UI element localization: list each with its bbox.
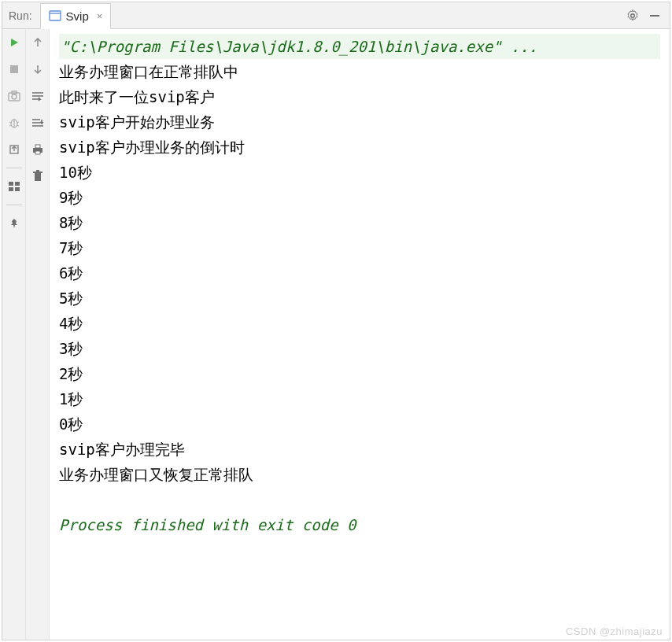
application-icon (49, 9, 61, 22)
svg-marker-4 (11, 39, 18, 46)
svg-rect-19 (15, 187, 20, 191)
close-tab-icon[interactable]: × (97, 10, 103, 22)
svg-rect-0 (50, 11, 61, 20)
output-line: svip客户办理完毕 (59, 437, 660, 462)
svg-rect-26 (35, 145, 40, 148)
output-line: 9秒 (59, 185, 660, 210)
output-line: 0秒 (59, 411, 660, 437)
output-line: 业务办理窗口在正常排队中 (59, 59, 660, 84)
output-line: svip客户办理业务的倒计时 (59, 135, 660, 160)
print-icon[interactable] (29, 141, 46, 158)
soft-wrap-icon[interactable] (29, 87, 46, 105)
tab-label: Svip (66, 9, 89, 23)
svg-rect-17 (15, 182, 20, 186)
bug-icon[interactable] (6, 114, 23, 131)
output-line: 6秒 (59, 260, 660, 286)
output-line: 此时来了一位svip客户 (59, 84, 660, 109)
exit-line: Process finished with exit code 0 (59, 512, 660, 537)
svg-rect-18 (9, 187, 13, 191)
scroll-to-end-icon[interactable] (29, 114, 46, 131)
output-line: 3秒 (59, 336, 660, 361)
output-line: 业务办理窗口又恢复正常排队 (59, 462, 660, 487)
run-config-tab[interactable]: Svip × (40, 3, 112, 29)
play-icon[interactable] (6, 34, 23, 51)
layout-icon[interactable] (6, 178, 23, 195)
command-line: "C:\Program Files\Java\jdk1.8.0_201\bin\… (59, 34, 660, 59)
output-line: 4秒 (59, 311, 660, 336)
console-output[interactable]: "C:\Program Files\Java\jdk1.8.0_201\bin\… (50, 29, 670, 640)
arrow-up-icon[interactable] (29, 34, 46, 51)
blank-line (59, 487, 660, 512)
minimize-icon[interactable] (646, 7, 663, 24)
svg-point-7 (12, 94, 17, 99)
output-line: 10秒 (59, 160, 660, 185)
svg-rect-27 (35, 151, 40, 154)
gear-icon[interactable] (624, 7, 641, 24)
output-lines: 业务办理窗口在正常排队中此时来了一位svip客户svip客户开始办理业务svip… (59, 59, 660, 487)
svg-rect-5 (10, 65, 18, 73)
trash-icon[interactable] (29, 168, 46, 185)
svg-rect-30 (36, 170, 39, 172)
run-toolbar-left (2, 29, 26, 640)
svg-rect-16 (9, 182, 13, 186)
output-line: 5秒 (59, 286, 660, 311)
separator (6, 168, 22, 168)
run-body: "C:\Program Files\Java\jdk1.8.0_201\bin\… (2, 29, 670, 640)
output-line: 8秒 (59, 210, 660, 235)
output-line: 7秒 (59, 235, 660, 260)
run-label: Run: (9, 9, 32, 22)
stop-icon[interactable] (6, 61, 23, 78)
svg-rect-28 (35, 173, 41, 181)
console-toolbar (26, 29, 50, 640)
separator (6, 205, 22, 205)
pin-icon[interactable] (6, 215, 23, 232)
run-header: Run: Svip × (2, 2, 670, 29)
export-icon[interactable] (6, 141, 23, 158)
camera-icon[interactable] (6, 87, 23, 105)
svg-rect-29 (33, 172, 42, 173)
output-line: 2秒 (59, 361, 660, 386)
arrow-down-icon[interactable] (29, 61, 46, 78)
output-line: svip客户开始办理业务 (59, 109, 660, 135)
run-tool-window: Run: Svip × (2, 2, 670, 640)
output-line: 1秒 (59, 386, 660, 411)
svg-point-2 (631, 13, 635, 17)
watermark: CSDN @zhimajiazu (566, 625, 663, 637)
